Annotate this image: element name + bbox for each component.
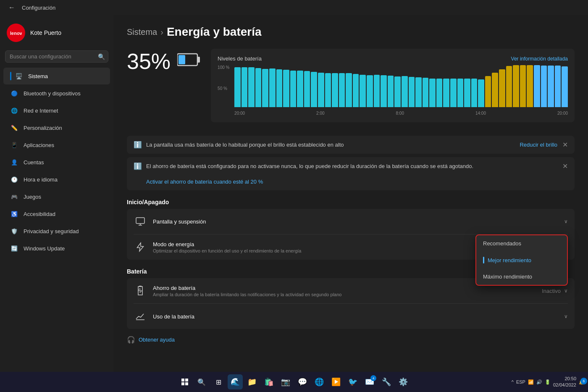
sidebar-item-privacidad[interactable]: 🛡️ Privacidad y seguridad (3, 223, 110, 239)
chart-bar (464, 79, 470, 107)
dropdown-item-maximo[interactable]: Máximo rendimiento (476, 268, 567, 285)
chart-bar (318, 73, 324, 107)
chart-bar (346, 73, 352, 107)
privacidad-icon: 🛡️ (10, 227, 18, 235)
chart-bar (409, 77, 415, 107)
app-window: ← Configuración lenovo Kote Puerto 🔍 (0, 0, 588, 372)
youtube-button[interactable]: ▶️ (328, 374, 344, 389)
chart-bar (534, 65, 540, 107)
chart-bar (360, 75, 366, 107)
breadcrumb-separator: › (160, 27, 163, 37)
alert-1-text: La pantalla usa más batería de lo habitu… (146, 142, 344, 148)
svg-text:lenovo: lenovo (10, 31, 22, 36)
sidebar-label-aplicaciones: Aplicaciones (24, 142, 54, 148)
chart-bar (332, 73, 338, 107)
uso-text: Uso de la batería (153, 313, 558, 320)
alert-1-close[interactable]: ✕ (562, 141, 568, 149)
alert-2-action[interactable]: Activar el ahorro de batería cuando esté… (146, 179, 263, 185)
chart-bar (541, 66, 547, 107)
selected-indicator (483, 257, 484, 263)
main-content: Sistema › Energía y batería 35% (113, 15, 588, 372)
dropdown-item-mejor[interactable]: Mejor rendimiento (476, 252, 567, 268)
sidebar-label-cuentas: Cuentas (24, 159, 44, 166)
twitter-button[interactable]: 🐦 (345, 374, 360, 389)
network-icon: 🌐 (10, 106, 18, 115)
chart-bar (297, 71, 303, 107)
battery-chart: Niveles de batería Ver información detal… (211, 49, 575, 122)
alert-2-left: ℹ️ El ahorro de batería está configurado… (134, 162, 557, 170)
task-view-button[interactable]: ⊞ (211, 374, 226, 389)
chart-bar (555, 66, 561, 107)
chart-bar (457, 79, 464, 107)
sidebar-label-juegos: Juegos (24, 194, 41, 200)
alert-1-icon: ℹ️ (134, 141, 142, 149)
store-button[interactable]: 🛍️ (261, 374, 276, 389)
apps-button[interactable]: 🔧 (379, 374, 394, 389)
aplicaciones-icon: 📱 (10, 141, 18, 149)
taskbar-search-button[interactable]: 🔍 (194, 374, 209, 389)
chart-bar (429, 79, 436, 107)
settings-taskbar-button[interactable]: ⚙️ (396, 374, 411, 389)
chart-bar (548, 66, 554, 107)
chart-bar (269, 68, 276, 107)
ahorro-right: Inactivo ∨ (542, 288, 568, 294)
sistema-icon: 🖥️ (15, 72, 23, 80)
update-icon: 🔄 (10, 244, 18, 253)
alert-2-close[interactable]: ✕ (562, 162, 568, 170)
settings-item-uso[interactable]: Uso de la batería ∨ (127, 304, 575, 329)
sidebar-item-red[interactable]: 🌐 Red e Internet (3, 102, 110, 119)
chart-bar (255, 68, 262, 107)
mail-badge: 4 (370, 375, 376, 381)
sidebar-item-aplicaciones[interactable]: 📱 Aplicaciones (3, 137, 110, 153)
chart-bar (443, 79, 449, 107)
sidebar-item-sistema[interactable]: 🖥️ Sistema (3, 68, 110, 84)
chart-bar (311, 72, 317, 107)
alert-brightness: ℹ️ La pantalla usa más batería de lo hab… (127, 136, 575, 154)
alert-2-text: El ahorro de batería está configurado pa… (146, 163, 473, 169)
back-button[interactable]: ← (7, 3, 17, 13)
sidebar-item-bluetooth[interactable]: 🔵 Bluetooth y dispositivos (3, 85, 110, 102)
dropdown-item-recomendados[interactable]: Recomendados (476, 235, 567, 252)
edge-button[interactable]: 🌊 (228, 374, 243, 389)
chart-bars (234, 65, 568, 107)
explorer-button[interactable]: 📁 (244, 374, 260, 389)
teams-button[interactable]: 💬 (295, 374, 310, 389)
sidebar-item-personalizacion[interactable]: ✏️ Personalización (3, 119, 110, 136)
start-button[interactable] (177, 374, 192, 389)
mail-button[interactable]: ✉️ 4 (362, 374, 377, 389)
battery-icon (177, 52, 201, 71)
svg-rect-2 (197, 57, 200, 63)
sidebar-item-hora[interactable]: 🕐 Hora e idioma (3, 171, 110, 188)
sidebar-nav: 🖥️ Sistema 🔵 Bluetooth y dispositivos 🌐 … (0, 68, 113, 257)
alert-1-action[interactable]: Reducir el brillo (520, 142, 557, 148)
app-title: Configuración (22, 5, 55, 11)
settings-item-modo-energia[interactable]: Modo de energía Optimizar el dispositivo… (127, 234, 575, 260)
help-link[interactable]: Obtener ayuda (139, 337, 175, 343)
taskbar-chevron[interactable]: ^ (512, 379, 514, 384)
taskbar-clock[interactable]: 20:50 02/04/2022 (553, 376, 576, 389)
sidebar-item-update[interactable]: 🔄 Windows Update (3, 240, 110, 257)
start-icon (181, 379, 188, 385)
sidebar-item-cuentas[interactable]: 👤 Cuentas (3, 154, 110, 171)
sidebar-user[interactable]: lenovo Kote Puerto (0, 18, 113, 50)
breadcrumb-parent: Sistema (127, 27, 157, 37)
chart-detail-link[interactable]: Ver información detallada (511, 56, 568, 62)
notification-area[interactable]: 🔔 6 (579, 379, 585, 385)
store-icon: 🛍️ (264, 377, 273, 387)
pantalla-title: Pantalla y suspensión (153, 218, 558, 225)
chart-y-labels: 100 % 50 % (218, 65, 229, 107)
search-input[interactable] (5, 50, 108, 63)
camera-button[interactable]: 📷 (278, 374, 293, 389)
sidebar-item-accesibilidad[interactable]: ♿ Accesibilidad (3, 205, 110, 222)
chart-bar (478, 79, 484, 107)
chrome-button[interactable]: 🌐 (312, 374, 327, 389)
personalizacion-icon: ✏️ (10, 124, 18, 132)
chart-bar (506, 66, 512, 107)
sidebar-item-juegos[interactable]: 🎮 Juegos (3, 188, 110, 205)
alert-battery-saver: ℹ️ El ahorro de batería está configurado… (127, 157, 575, 190)
twitter-icon: 🐦 (348, 377, 357, 387)
sidebar-label-red: Red e Internet (24, 108, 58, 114)
sidebar-label-bluetooth: Bluetooth y dispositivos (24, 90, 81, 97)
taskbar-right: ^ ESP 📶 🔊 🔋 20:50 02/04/2022 🔔 6 (512, 376, 585, 389)
settings-item-pantalla[interactable]: Pantalla y suspensión ∨ (127, 209, 575, 234)
